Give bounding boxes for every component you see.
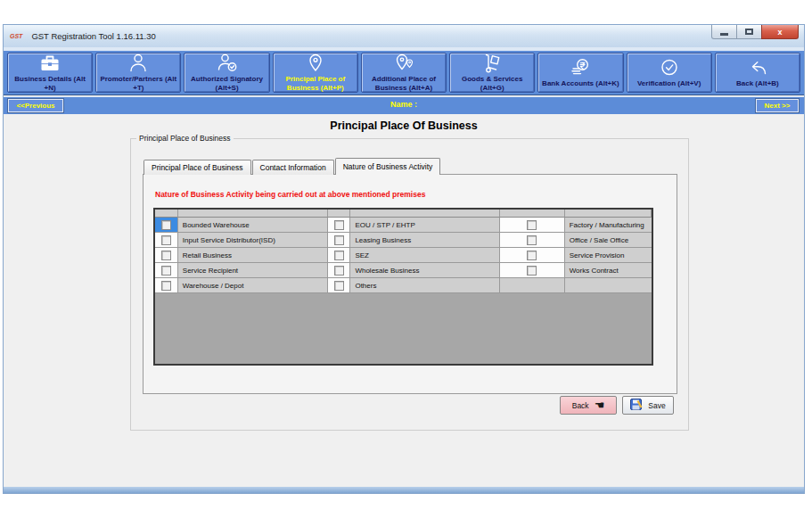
checkbox-cell[interactable] [328, 278, 351, 293]
checkbox[interactable] [161, 266, 171, 276]
tab-principal-place[interactable]: Principal Place of Business [144, 160, 251, 175]
main-toolbar: Business Details (Alt +N) Promoter/Partn… [4, 51, 804, 95]
location-pins-icon [392, 53, 415, 75]
window-title: GST Registration Tool 1.16.11.30 [31, 31, 155, 41]
toolbar-button-principal-place[interactable]: Principal Place of Business (Alt+P) [273, 53, 358, 93]
page-title: Principal Place Of Business [4, 119, 804, 132]
location-pin-icon [304, 53, 327, 75]
rupee-coin-icon [569, 57, 592, 79]
groupbox-label: Principal Place of Business [136, 134, 234, 143]
toolbar-button-back[interactable]: Back (Alt+B) [715, 53, 800, 93]
window-bottom-border [4, 487, 804, 493]
activity-label: Retail Business [178, 248, 328, 263]
back-button-label: Back [572, 401, 589, 410]
activity-label: Service Provision [565, 248, 652, 263]
title-bar[interactable]: GST GST Registration Tool 1.16.11.30 [4, 25, 804, 47]
checkbox-cell[interactable] [328, 248, 351, 263]
checkbox[interactable] [161, 220, 171, 230]
toolbar-button-label: Principal Place of Business (Alt+P) [274, 75, 357, 93]
toolbar-button-authorized-signatory[interactable]: Authorized Signatory (Alt+S) [184, 53, 269, 93]
checkbox-cell[interactable] [155, 248, 178, 263]
checkbox-cell[interactable] [500, 218, 564, 233]
back-arrow-icon [746, 57, 769, 79]
checkbox[interactable] [527, 251, 537, 260]
checkbox[interactable] [161, 251, 171, 260]
table-row: Retail Business SEZ Service Provision [155, 248, 652, 263]
table-row: Bounded Warehouse EOU / STP / EHTP Facto… [155, 218, 652, 233]
checkbox-cell[interactable] [328, 233, 351, 248]
checkbox[interactable] [334, 281, 344, 291]
checkbox[interactable] [527, 266, 537, 276]
toolbar-button-bank-accounts[interactable]: Bank Accounts (Alt+K) [537, 53, 623, 93]
save-button-label: Save [648, 401, 665, 410]
activity-label: Factory / Manufacturing [565, 218, 652, 233]
save-button[interactable]: Save [622, 396, 674, 415]
nature-of-business-tab-panel: Nature of Business Activity being carrie… [143, 174, 677, 394]
checkbox[interactable] [527, 220, 537, 230]
activity-label: Office / Sale Office [565, 233, 652, 248]
table-row: Warehouse / Depot Others [155, 278, 652, 293]
toolbar-button-additional-place[interactable]: Additional Place of Business (Alt+A) [361, 53, 447, 93]
checkbox-cell[interactable] [155, 278, 178, 293]
close-icon: x [777, 28, 782, 37]
person-check-icon [216, 53, 239, 75]
checkbox[interactable] [334, 235, 344, 245]
minimize-button[interactable] [711, 25, 737, 39]
empty-cell [500, 278, 564, 293]
minimize-icon [720, 33, 728, 36]
toolbar-button-business-details[interactable]: Business Details (Alt +N) [7, 53, 93, 93]
table-row: Input Service Distributor(ISD) Leasing B… [155, 233, 652, 248]
table-row: Service Recipient Wholesale Business Wor… [155, 263, 652, 278]
activity-label: SEZ [350, 248, 500, 263]
toolbar-button-label: Authorized Signatory (Alt+S) [185, 75, 268, 93]
tab-contact-information[interactable]: Contact Information [252, 160, 334, 175]
checkbox-cell[interactable] [500, 248, 564, 263]
checkbox[interactable] [527, 235, 537, 245]
toolbar-button-verification[interactable]: Verification (Alt+V) [627, 53, 712, 93]
person-icon [127, 53, 150, 75]
activity-label [565, 278, 652, 293]
activity-label: Wholesale Business [350, 263, 500, 278]
close-button[interactable]: x [761, 25, 799, 39]
briefcase-icon [38, 53, 62, 75]
activity-label: Leasing Business [350, 233, 500, 248]
activity-label: EOU / STP / EHTP [350, 218, 500, 233]
trolley-icon [480, 53, 504, 75]
toolbar-button-label: Goods & Services (Alt+G) [450, 75, 534, 93]
checkbox-cell[interactable] [155, 233, 178, 248]
toolbar-button-label: Verification (Alt+V) [636, 79, 702, 89]
checkbox[interactable] [161, 281, 171, 291]
toolbar-button-label: Bank Accounts (Alt+K) [540, 79, 621, 89]
tab-nature-of-business[interactable]: Nature of Business Activity [335, 158, 441, 175]
checkbox-cell[interactable] [500, 233, 564, 248]
toolbar-button-goods-services[interactable]: Goods & Services (Alt+G) [449, 53, 535, 93]
checkbox-cell[interactable] [328, 218, 351, 233]
checkbox-cell-selected[interactable] [155, 218, 178, 233]
activity-label: Service Recipient [178, 263, 328, 278]
next-button[interactable]: Next >> [756, 99, 799, 112]
activity-table: Bounded Warehouse EOU / STP / EHTP Facto… [153, 208, 653, 366]
checkbox-cell[interactable] [155, 263, 178, 278]
checkbox-cell[interactable] [500, 263, 564, 278]
save-icon [630, 399, 643, 413]
activity-label: Works Contract [565, 263, 652, 278]
toolbar-button-label: Promoter/Partners (Alt +T) [96, 75, 180, 93]
activity-label: Others [350, 278, 500, 293]
table-header-row [155, 210, 652, 218]
activity-label: Input Service Distributor(ISD) [178, 233, 328, 248]
checkbox[interactable] [334, 220, 344, 230]
maximize-icon [745, 29, 753, 35]
back-button[interactable]: Back ☚ [560, 396, 617, 415]
checkbox[interactable] [334, 251, 344, 260]
checkbox-cell[interactable] [328, 263, 351, 278]
checkbox[interactable] [161, 235, 171, 245]
nav-bar: <<Previous Name : Next >> [4, 96, 804, 114]
activity-notice: Nature of Business Activity being carrie… [155, 190, 425, 199]
activity-label: Bounded Warehouse [178, 218, 328, 233]
maximize-button[interactable] [737, 25, 761, 39]
principal-place-groupbox: Principal Place of Business Principal Pl… [130, 138, 689, 431]
tab-strip: Principal Place of Business Contact Info… [144, 158, 441, 175]
toolbar-button-promoter-partners[interactable]: Promoter/Partners (Alt +T) [95, 53, 181, 93]
checkbox[interactable] [334, 266, 344, 276]
window-controls: x [711, 25, 799, 39]
